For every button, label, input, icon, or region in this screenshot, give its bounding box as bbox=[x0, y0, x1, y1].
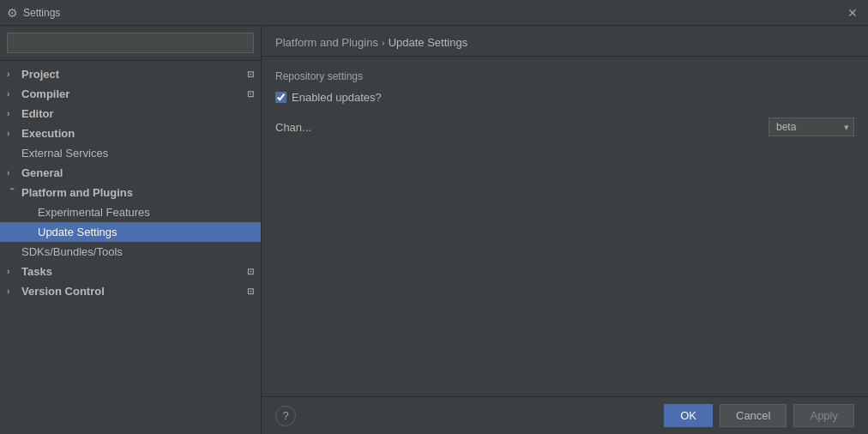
chevron-right-icon: › bbox=[7, 286, 17, 296]
help-button[interactable]: ? bbox=[275, 406, 296, 426]
nav-tree: › Project ⊡ › Compiler ⊡ › Editor › Exec… bbox=[0, 61, 261, 434]
close-button[interactable]: ✕ bbox=[844, 4, 861, 21]
sidebar-item-label: Compiler bbox=[21, 87, 69, 100]
chevron-right-icon: › bbox=[7, 89, 17, 99]
title-bar: ⚙ Settings ✕ bbox=[0, 0, 868, 26]
main-layout: 🔍 › Project ⊡ › Compiler ⊡ › Editor bbox=[0, 26, 868, 434]
sidebar-item-sdks-bundles[interactable]: SDKs/Bundles/Tools bbox=[0, 242, 261, 262]
content-body: Repository settings Enabled updates? Cha… bbox=[262, 57, 868, 396]
breadcrumb: Platform and Plugins › Update Settings bbox=[262, 26, 868, 57]
chevron-right-icon: › bbox=[7, 168, 17, 178]
ok-button[interactable]: OK bbox=[664, 404, 713, 427]
chevron-right-icon: › bbox=[7, 129, 17, 138]
title-bar-left: ⚙ Settings bbox=[7, 6, 60, 20]
cancel-button[interactable]: Cancel bbox=[720, 404, 787, 427]
breadcrumb-separator: › bbox=[382, 38, 385, 48]
breadcrumb-parent[interactable]: Platform and Plugins bbox=[275, 36, 378, 49]
sidebar-item-label: SDKs/Bundles/Tools bbox=[21, 245, 123, 258]
search-wrapper: 🔍 bbox=[7, 33, 254, 53]
content-panel: Platform and Plugins › Update Settings R… bbox=[262, 26, 868, 434]
channel-select-wrapper: beta stable eap bbox=[769, 118, 854, 136]
title-bar-title: Settings bbox=[23, 7, 60, 19]
apply-button[interactable]: Apply bbox=[793, 404, 854, 427]
channel-select[interactable]: beta stable eap bbox=[769, 118, 854, 136]
sidebar-item-label: Tasks bbox=[21, 265, 52, 278]
search-input[interactable] bbox=[7, 33, 254, 53]
chevron-down-icon: › bbox=[8, 188, 17, 198]
sidebar-item-tasks[interactable]: › Tasks ⊡ bbox=[0, 262, 261, 281]
sidebar-item-editor[interactable]: › Editor bbox=[0, 104, 261, 124]
channel-row: Chan... beta stable eap bbox=[275, 118, 854, 136]
checkbox-label: Enabled updates? bbox=[292, 91, 382, 104]
checkbox-row: Enabled updates? bbox=[275, 91, 854, 104]
sidebar-item-label: Update Settings bbox=[38, 226, 118, 238]
channel-label: Chan... bbox=[275, 121, 311, 134]
breadcrumb-current: Update Settings bbox=[389, 36, 468, 49]
section-label: Repository settings bbox=[275, 70, 854, 82]
sidebar-item-label: General bbox=[21, 166, 63, 179]
footer-buttons: OK Cancel Apply bbox=[664, 404, 854, 427]
sidebar-item-execution[interactable]: › Execution bbox=[0, 124, 261, 143]
sidebar-item-label: Execution bbox=[21, 127, 75, 140]
sidebar-item-platform-plugins[interactable]: › Platform and Plugins bbox=[0, 183, 261, 202]
sidebar-item-label: Version Control bbox=[21, 285, 105, 298]
search-bar: 🔍 bbox=[0, 26, 261, 61]
sidebar-item-update-settings[interactable]: Update Settings bbox=[0, 222, 261, 242]
sidebar: 🔍 › Project ⊡ › Compiler ⊡ › Editor bbox=[0, 26, 262, 434]
sidebar-item-version-control[interactable]: › Version Control ⊡ bbox=[0, 281, 261, 301]
chevron-right-icon: › bbox=[7, 69, 17, 79]
chevron-right-icon: › bbox=[7, 267, 17, 276]
expand-icon: ⊡ bbox=[247, 89, 254, 99]
sidebar-item-experimental-features[interactable]: Experimental Features bbox=[0, 202, 261, 222]
sidebar-item-label: Experimental Features bbox=[38, 206, 150, 219]
sidebar-item-label: Editor bbox=[21, 107, 54, 120]
sidebar-item-compiler[interactable]: › Compiler ⊡ bbox=[0, 84, 261, 104]
expand-icon: ⊡ bbox=[247, 286, 254, 296]
sidebar-item-project[interactable]: › Project ⊡ bbox=[0, 64, 261, 84]
sidebar-item-general[interactable]: › General bbox=[0, 163, 261, 183]
expand-icon: ⊡ bbox=[247, 267, 254, 276]
sidebar-item-label: External Services bbox=[21, 147, 108, 160]
settings-icon: ⚙ bbox=[7, 6, 18, 20]
enabled-updates-checkbox[interactable] bbox=[275, 92, 286, 103]
sidebar-item-label: Platform and Plugins bbox=[21, 186, 133, 199]
sidebar-item-external-services[interactable]: External Services bbox=[0, 143, 261, 163]
expand-icon: ⊡ bbox=[247, 69, 254, 79]
sidebar-item-label: Project bbox=[21, 68, 59, 81]
footer: ? OK Cancel Apply bbox=[262, 396, 868, 434]
chevron-right-icon: › bbox=[7, 109, 17, 118]
